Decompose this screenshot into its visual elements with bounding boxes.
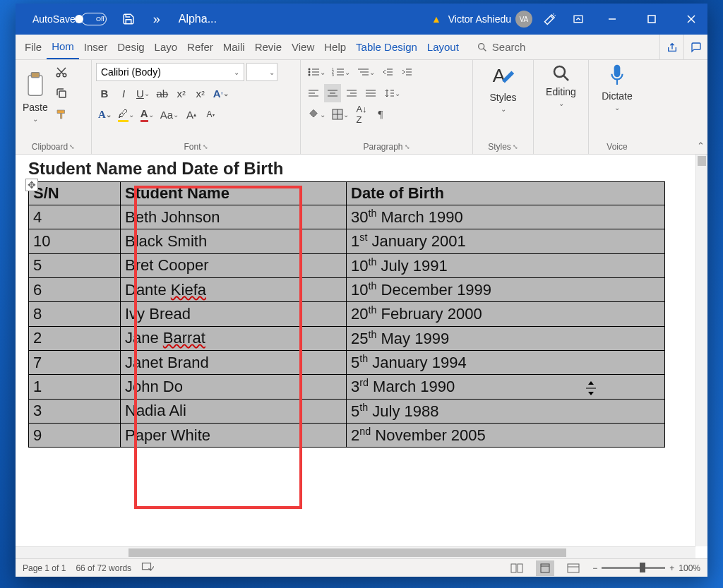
dialog-launcher-icon[interactable]: ⤡ <box>405 143 410 150</box>
dialog-launcher-icon[interactable]: ⤡ <box>513 143 518 150</box>
paste-button[interactable]: Paste ⌄ <box>20 63 51 131</box>
page-indicator[interactable]: Page 1 of 1 <box>23 563 66 573</box>
underline-button[interactable]: U ⌄ <box>134 84 152 102</box>
horizontal-scrollbar[interactable] <box>16 546 695 558</box>
table-row[interactable]: 10Black Smith1st January 2001 <box>29 229 665 253</box>
increase-indent-button[interactable] <box>398 63 415 81</box>
dictate-button[interactable]: Dictate ⌄ <box>593 63 641 112</box>
user-account[interactable]: Victor Ashiedu VA <box>448 11 532 28</box>
superscript-button[interactable]: x2 <box>192 84 209 102</box>
cell-dob[interactable]: 10th July 1991 <box>347 253 665 277</box>
read-mode-button[interactable] <box>508 560 526 576</box>
table-row[interactable]: 3Nadia Ali5th July 1988 <box>29 399 665 423</box>
scrollbar-thumb[interactable] <box>129 548 566 557</box>
grow-font-button[interactable]: A▴ <box>183 105 200 124</box>
save-icon[interactable] <box>118 8 139 30</box>
cell-name[interactable]: Nadia Ali <box>121 399 347 423</box>
zoom-out-button[interactable]: − <box>592 563 597 573</box>
decrease-indent-button[interactable] <box>379 63 396 81</box>
table-header[interactable]: S/N <box>29 182 121 205</box>
dialog-launcher-icon[interactable]: ⤡ <box>203 143 208 150</box>
line-spacing-button[interactable]: ⌄ <box>381 84 402 102</box>
table-row[interactable]: 1John Do3rd March 1990 <box>29 375 665 399</box>
subscript-button[interactable]: x2 <box>173 84 190 102</box>
cell-sn[interactable]: 7 <box>29 350 121 374</box>
font-name-combo[interactable]: Calibri (Body)⌄ <box>96 63 244 81</box>
comments-button[interactable] <box>683 35 707 60</box>
strikethrough-button[interactable]: ab <box>154 84 171 102</box>
cell-sn[interactable]: 4 <box>29 205 121 229</box>
minimize-button[interactable] <box>596 4 628 35</box>
table-header[interactable]: Student Name <box>121 182 347 205</box>
styles-button[interactable]: A Styles ⌄ <box>477 63 529 113</box>
cell-name[interactable]: Ivy Bread <box>121 302 347 326</box>
show-marks-button[interactable]: ¶ <box>372 105 389 124</box>
table-header[interactable]: Date of Birth <box>347 182 665 205</box>
cell-dob[interactable]: 5th July 1988 <box>347 399 665 423</box>
cell-sn[interactable]: 2 <box>29 326 121 350</box>
zoom-control[interactable]: − + 100% <box>592 563 700 573</box>
table-row[interactable]: 2Jane Barrat25th May 1999 <box>29 326 665 350</box>
tab-design[interactable]: Desig <box>112 35 149 59</box>
table-row[interactable]: 5Bret Cooper10th July 1991 <box>29 253 665 277</box>
cell-name[interactable]: Jane Barrat <box>121 326 347 350</box>
student-table[interactable]: S/NStudent NameDate of Birth 4Beth Johns… <box>28 181 665 448</box>
shading-button[interactable]: ⌄ <box>305 105 328 124</box>
table-row[interactable]: 4Beth Johnson30th March 1990 <box>29 205 665 229</box>
cell-dob[interactable]: 25th May 1999 <box>347 326 665 350</box>
cell-name[interactable]: Janet Brand <box>121 350 347 374</box>
align-right-button[interactable] <box>343 84 360 102</box>
cell-sn[interactable]: 1 <box>29 375 121 399</box>
word-count[interactable]: 66 of 72 words <box>76 563 131 573</box>
close-button[interactable] <box>675 4 707 35</box>
autosave-toggle[interactable]: AutoSave Off <box>28 11 111 27</box>
tab-insert[interactable]: Inser <box>79 35 112 59</box>
cell-name[interactable]: John Do <box>121 375 347 399</box>
cell-name[interactable]: Black Smith <box>121 229 347 253</box>
cell-name[interactable]: Paper White <box>121 423 347 447</box>
table-row[interactable]: 6Dante Kiefa10th December 1999 <box>29 277 665 301</box>
share-button[interactable] <box>659 35 683 60</box>
sort-button[interactable]: A↓Z <box>353 105 370 124</box>
cell-name[interactable]: Dante Kiefa <box>121 277 347 301</box>
cell-sn[interactable]: 5 <box>29 253 121 277</box>
cell-dob[interactable]: 2nd November 2005 <box>347 423 665 447</box>
tab-mailings[interactable]: Maili <box>218 35 250 59</box>
cell-sn[interactable]: 8 <box>29 302 121 326</box>
highlight-button[interactable]: 🖊⌄ <box>116 105 136 124</box>
font-size-combo[interactable]: ⌄ <box>246 63 277 81</box>
cell-dob[interactable]: 10th December 1999 <box>347 277 665 301</box>
align-left-button[interactable] <box>305 84 322 102</box>
ribbon-display-icon[interactable] <box>568 8 589 30</box>
print-layout-button[interactable] <box>536 560 554 576</box>
borders-button[interactable]: ⌄ <box>330 105 351 124</box>
format-painter-button[interactable] <box>53 105 70 124</box>
cell-dob[interactable]: 1st January 2001 <box>347 229 665 253</box>
font-color-button[interactable]: A⌄ <box>138 105 156 124</box>
table-row[interactable]: 9Paper White2nd November 2005 <box>29 423 665 447</box>
multilevel-button[interactable]: ⌄ <box>354 63 377 81</box>
cell-dob[interactable]: 30th March 1990 <box>347 205 665 229</box>
change-case-button[interactable]: Aa⌄ <box>158 105 181 124</box>
cut-button[interactable] <box>53 63 70 81</box>
zoom-in-button[interactable]: + <box>669 563 674 573</box>
table-row[interactable]: 7Janet Brand5th January 1994 <box>29 350 665 374</box>
editing-button[interactable]: Editing ⌄ <box>538 63 584 107</box>
zoom-slider[interactable] <box>602 567 665 569</box>
zoom-level[interactable]: 100% <box>679 563 700 573</box>
collapse-ribbon-button[interactable]: ⌃ <box>697 140 705 151</box>
cell-sn[interactable]: 10 <box>29 229 121 253</box>
spellcheck-icon[interactable] <box>141 562 154 574</box>
tab-file[interactable]: File <box>20 35 47 59</box>
text-outline-button[interactable]: A ⌄ <box>96 105 114 124</box>
tab-help[interactable]: Help <box>319 35 351 59</box>
tab-layout[interactable]: Layout <box>422 35 464 59</box>
scrollbar-thumb[interactable] <box>698 156 706 166</box>
tab-home[interactable]: Hom <box>47 35 79 59</box>
bullets-button[interactable]: ⌄ <box>305 63 328 81</box>
table-move-handle[interactable]: ✥ <box>25 179 38 191</box>
numbering-button[interactable]: 123⌄ <box>330 63 352 81</box>
cell-dob[interactable]: 20th February 2000 <box>347 302 665 326</box>
bold-button[interactable]: B <box>96 84 113 102</box>
search-box[interactable]: Search <box>477 41 526 53</box>
